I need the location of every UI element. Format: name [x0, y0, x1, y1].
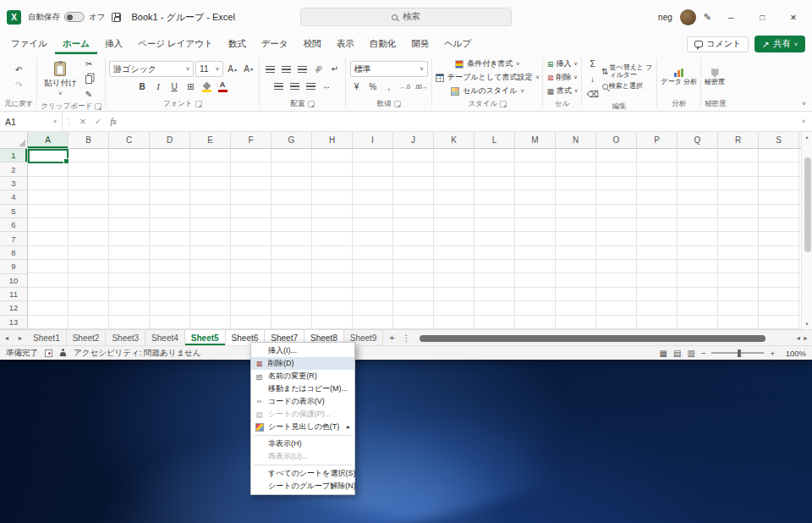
context-menu-item[interactable]: 削除(D) ▸: [251, 357, 354, 370]
context-menu-item[interactable]: 移動またはコピー(M)... ▸: [251, 383, 354, 395]
vertical-scroll-thumb[interactable]: [804, 157, 811, 252]
zoom-out-button[interactable]: −: [701, 349, 706, 358]
name-box[interactable]: A1 ˅: [0, 112, 63, 131]
context-menu-item[interactable]: 挿入(I)... ▸: [251, 344, 354, 357]
ribbon-tab[interactable]: ホーム: [55, 34, 97, 54]
normal-view-icon[interactable]: ▦: [660, 349, 667, 358]
context-menu-item[interactable]: シートの保護(P)... ▸: [251, 408, 354, 421]
comments-button[interactable]: コメント: [687, 36, 749, 52]
align-left-button[interactable]: [272, 79, 286, 93]
context-menu-item[interactable]: 名前の変更(R) ▸: [251, 370, 354, 383]
column-header[interactable]: G: [272, 132, 312, 148]
horizontal-scroll-thumb[interactable]: [420, 335, 765, 342]
row-header[interactable]: 13: [0, 316, 27, 329]
minimize-button[interactable]: ─: [719, 4, 743, 30]
pen-icon[interactable]: ✎: [704, 12, 711, 23]
row-header[interactable]: 4: [0, 190, 27, 204]
new-sheet-button[interactable]: +: [383, 330, 400, 345]
select-all-corner[interactable]: [0, 132, 28, 148]
dialog-launcher-icon[interactable]: [195, 101, 202, 107]
merge-center-button[interactable]: ↔: [320, 79, 334, 93]
row-header[interactable]: 9: [0, 260, 27, 273]
conditional-formatting-button[interactable]: 条件付き書式 ˅: [455, 58, 519, 70]
autosum-button[interactable]: Σ: [585, 57, 600, 71]
column-header[interactable]: F: [231, 132, 272, 148]
dialog-launcher-icon[interactable]: [500, 101, 507, 107]
row-header[interactable]: 8: [0, 246, 27, 260]
currency-format-button[interactable]: ¥: [349, 80, 364, 94]
number-format-select[interactable]: 標準 ˅: [350, 61, 428, 77]
context-menu-item[interactable]: シート見出しの色(T) ▸: [251, 421, 354, 433]
column-header[interactable]: A: [28, 132, 69, 148]
horizontal-scrollbar[interactable]: [415, 330, 792, 345]
decrease-decimal-button[interactable]: .00→: [414, 80, 428, 94]
sheet-tab[interactable]: Sheet1: [27, 330, 67, 345]
close-button[interactable]: ✕: [782, 4, 805, 30]
decrease-font-button[interactable]: A▾: [241, 62, 255, 76]
scroll-down-icon[interactable]: ▼: [804, 322, 809, 327]
ribbon-tab[interactable]: ページ レイアウト: [130, 34, 221, 54]
dialog-launcher-icon[interactable]: [308, 101, 315, 107]
underline-button[interactable]: U: [167, 80, 182, 94]
ribbon-tab[interactable]: 数式: [221, 34, 254, 54]
copy-button[interactable]: [81, 72, 96, 86]
ribbon-tab[interactable]: 開発: [403, 34, 436, 54]
comma-format-button[interactable]: ,: [381, 80, 396, 94]
macro-record-icon[interactable]: [45, 350, 52, 357]
font-size-select[interactable]: 11 ˅: [195, 61, 223, 77]
cell-styles-button[interactable]: セルのスタイル ˅: [451, 85, 524, 97]
increase-font-button[interactable]: A▴: [225, 62, 239, 76]
tabs-scroll-right-icon[interactable]: ►: [14, 330, 27, 345]
cancel-entry-button[interactable]: ✕: [75, 117, 91, 126]
column-header[interactable]: M: [515, 132, 556, 148]
sort-filter-button[interactable]: ⇅ 並べ替えと フィルター: [601, 64, 653, 79]
row-header[interactable]: 3: [0, 177, 27, 190]
context-menu-item[interactable]: すべてのシートを選択(S) ▸: [251, 467, 354, 480]
ribbon-tab[interactable]: 表示: [329, 34, 362, 54]
page-break-view-icon[interactable]: ▥: [687, 349, 694, 358]
row-header[interactable]: 6: [0, 218, 27, 232]
undo-button[interactable]: ↶: [12, 63, 26, 77]
delete-cells-button[interactable]: 削除 ˅: [547, 71, 578, 84]
autosave-control[interactable]: 自動保存 オフ: [28, 12, 105, 23]
sheet-options-icon[interactable]: ⋮: [400, 330, 412, 345]
align-middle-button[interactable]: [279, 62, 294, 76]
maximize-button[interactable]: □: [750, 4, 774, 30]
wrap-text-button[interactable]: ↵: [327, 62, 342, 76]
collapse-ribbon-icon[interactable]: ˅: [802, 100, 806, 107]
fill-button[interactable]: ↓: [585, 72, 600, 86]
format-cells-button[interactable]: 書式 ˅: [546, 85, 578, 97]
bold-button[interactable]: B: [135, 80, 150, 94]
font-color-button[interactable]: [216, 80, 230, 94]
font-name-select[interactable]: 游ゴシック ˅: [109, 61, 194, 77]
column-header[interactable]: I: [353, 132, 393, 148]
column-header[interactable]: E: [190, 132, 231, 148]
column-header[interactable]: S: [759, 132, 799, 148]
percent-format-button[interactable]: %: [365, 80, 380, 94]
sheet-tab[interactable]: Sheet5: [185, 330, 226, 345]
zoom-slider[interactable]: [711, 352, 764, 354]
column-header[interactable]: K: [434, 132, 475, 148]
row-header[interactable]: 7: [0, 232, 27, 245]
column-header[interactable]: L: [475, 132, 515, 148]
borders-button[interactable]: ⊞: [184, 80, 198, 94]
save-icon[interactable]: [112, 13, 121, 22]
format-as-table-button[interactable]: テーブルとして書式設定 ˅: [436, 71, 539, 84]
column-header[interactable]: J: [393, 132, 434, 148]
row-header[interactable]: 5: [0, 205, 27, 218]
column-header[interactable]: N: [556, 132, 596, 148]
align-bottom-button[interactable]: [295, 62, 310, 76]
ribbon-tab[interactable]: 挿入: [97, 34, 130, 54]
align-top-button[interactable]: [263, 62, 277, 76]
column-header[interactable]: C: [109, 132, 150, 148]
ribbon-tab[interactable]: ヘルプ: [436, 34, 479, 54]
autosave-toggle[interactable]: [64, 12, 85, 22]
fill-color-button[interactable]: [200, 80, 214, 94]
zoom-level[interactable]: 100%: [781, 349, 806, 358]
paste-button[interactable]: 貼り付け ˅: [41, 58, 80, 101]
row-header[interactable]: 1: [0, 149, 27, 162]
column-header[interactable]: O: [596, 132, 637, 148]
expand-formula-bar-icon[interactable]: ˅: [795, 118, 812, 124]
dialog-launcher-icon[interactable]: [394, 101, 401, 107]
ribbon-tab[interactable]: ファイル: [3, 34, 55, 54]
